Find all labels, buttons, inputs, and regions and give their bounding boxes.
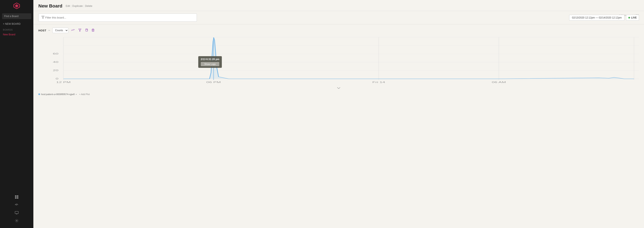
- svg-text:40: 40: [53, 61, 58, 63]
- svg-text:Fri 14: Fri 14: [372, 81, 385, 83]
- svg-rect-13: [86, 29, 88, 31]
- duplicate-link[interactable]: Duplicate: [72, 4, 83, 7]
- chart-delete-button[interactable]: [91, 28, 95, 33]
- collapse-button[interactable]: [38, 85, 639, 91]
- chart-title: HOST: [38, 29, 46, 32]
- svg-rect-4: [17, 195, 18, 197]
- sidebar: Find a Board + NEW BOARD BOARDS New Boar…: [0, 0, 33, 228]
- chart-header: HOST ✏ Counts SUM AVG P99: [38, 28, 639, 33]
- legend-dot: [38, 93, 40, 95]
- svg-point-2: [16, 5, 18, 7]
- app-logo: [13, 2, 20, 9]
- sidebar-activity-icon[interactable]: [0, 201, 33, 209]
- legend-dropdown-icon[interactable]: ▾: [76, 93, 77, 96]
- svg-marker-11: [42, 16, 44, 18]
- svg-text:06 PM: 06 PM: [206, 81, 221, 83]
- chart-legend: host:patient-ui-8658f89574-rgjw8 ▾ + Add…: [38, 91, 639, 97]
- live-label: LIVE: [631, 16, 637, 19]
- board-toolbar: 02/13/2020 12:12pm — 02/14/2020 12:12pm …: [33, 11, 644, 24]
- chart-type-button[interactable]: [70, 28, 76, 33]
- main-content-area: New Board Edit | Duplicate | Delete * Al…: [33, 0, 644, 228]
- chart-copy-button[interactable]: [84, 28, 89, 33]
- add-plot-button[interactable]: + Add Plot: [79, 93, 90, 96]
- chart-container: 0 20 40 60 12 PM 06 PM Fri 14 06 AM: [38, 35, 639, 85]
- svg-rect-7: [15, 211, 18, 214]
- edit-link[interactable]: Edit: [66, 4, 70, 7]
- svg-text:20: 20: [53, 69, 58, 72]
- legend-item-0[interactable]: host:patient-ui-8658f89574-rgjw8 ▾: [38, 93, 77, 96]
- boards-section-label: BOARDS: [0, 27, 33, 32]
- main-scroll-area: HOST ✏ Counts SUM AVG P99: [33, 24, 644, 228]
- svg-rect-14: [92, 29, 94, 31]
- chart-filter-button[interactable]: [78, 28, 82, 33]
- time-range-value: 02/13/2020 12:12pm — 02/14/2020 12:12pm: [572, 16, 622, 19]
- sidebar-display-icon[interactable]: [0, 209, 33, 217]
- svg-rect-3: [15, 195, 16, 197]
- sidebar-settings-icon[interactable]: [0, 217, 33, 225]
- new-board-button[interactable]: + NEW BOARD: [0, 21, 33, 27]
- filter-input[interactable]: [45, 16, 194, 19]
- svg-text:0: 0: [56, 78, 58, 80]
- header-actions: Edit | Duplicate | Delete: [66, 4, 92, 7]
- time-range-selector[interactable]: 02/13/2020 12:12pm — 02/14/2020 12:12pm: [569, 15, 624, 21]
- sidebar-home-icon[interactable]: [0, 193, 33, 201]
- sidebar-nav-icons: [0, 193, 33, 228]
- page-title: New Board: [38, 3, 62, 9]
- svg-text:06 AM: 06 AM: [492, 81, 506, 83]
- delete-link[interactable]: Delete: [85, 4, 92, 7]
- svg-text:60: 60: [53, 53, 58, 55]
- filter-toggle-icon[interactable]: [41, 15, 45, 20]
- chart-section: HOST ✏ Counts SUM AVG P99: [33, 24, 644, 97]
- edit-title-icon[interactable]: ✏: [48, 29, 50, 32]
- legend-label-text: host:patient-ui-8658f89574-rgjw8: [41, 93, 75, 96]
- live-dot: [628, 17, 630, 18]
- filter-bar[interactable]: [38, 13, 197, 22]
- find-board-input[interactable]: Find a Board: [2, 13, 31, 19]
- svg-marker-12: [78, 29, 81, 31]
- svg-marker-37: [64, 38, 634, 79]
- svg-text:12 PM: 12 PM: [56, 81, 70, 83]
- logo-area: [0, 0, 33, 12]
- sidebar-item-new-board[interactable]: New Board: [0, 32, 33, 37]
- page-header: New Board Edit | Duplicate | Delete * Al…: [33, 0, 644, 11]
- svg-rect-5: [15, 197, 16, 199]
- toolbar-right: 02/13/2020 12:12pm — 02/14/2020 12:12pm …: [569, 15, 639, 21]
- metric-select[interactable]: Counts SUM AVG P99: [52, 28, 68, 33]
- svg-rect-6: [17, 197, 18, 199]
- chart-svg[interactable]: 0 20 40 60 12 PM 06 PM Fri 14 06 AM: [38, 35, 639, 85]
- live-badge: LIVE: [626, 15, 639, 21]
- svg-point-10: [16, 220, 17, 221]
